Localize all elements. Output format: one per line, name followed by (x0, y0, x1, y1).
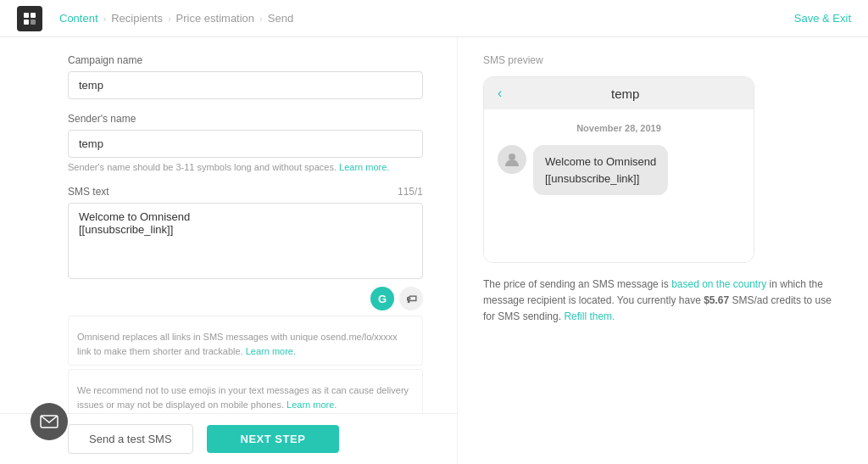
sms-tracking-hint-box: Omnisend replaces all links in SMS messa… (68, 316, 423, 366)
sender-name-group: Sender's name Sender's name should be 3-… (68, 113, 423, 172)
svg-rect-3 (31, 20, 36, 25)
sms-text-input[interactable]: Welcome to Omnisend [[unsubscribe_link]] (68, 203, 423, 279)
chat-date: November 28, 2019 (498, 123, 740, 133)
tag-button[interactable]: 🏷 (399, 287, 423, 310)
preview-label: SMS preview (483, 54, 843, 66)
sms-text-group: SMS text 115/1 Welcome to Omnisend [[uns… (68, 186, 423, 419)
breadcrumb-sep-1: › (103, 14, 107, 24)
phone-back-icon: ‹ (498, 86, 502, 101)
country-link[interactable]: based on the country (671, 278, 766, 290)
next-step-button[interactable]: NEXT STEP (207, 425, 340, 453)
campaign-name-label: Campaign name (68, 54, 423, 66)
tracking-learn-more[interactable]: Learn more. (246, 346, 296, 356)
breadcrumb-price[interactable]: Price estimation (176, 12, 254, 25)
breadcrumb-recipients[interactable]: Recipients (111, 12, 163, 25)
app-logo (17, 6, 42, 31)
save-exit-button[interactable]: Save & Exit (794, 12, 851, 25)
left-panel: Campaign name Sender's name Sender's nam… (0, 37, 458, 464)
sms-count: 115/1 (398, 186, 423, 198)
giphy-button[interactable]: G (370, 287, 394, 310)
chat-row: Welcome to Omnisend[[unsubscribe_link]] (498, 145, 740, 195)
right-panel: SMS preview ‹ temp November 28, 2019 We (458, 37, 868, 464)
campaign-name-group: Campaign name (68, 54, 423, 99)
price-info: The price of sending an SMS message is b… (483, 277, 843, 326)
textarea-tools: G 🏷 (68, 287, 423, 310)
sender-hint: Sender's name should be 3-11 symbols lon… (68, 162, 423, 172)
svg-rect-2 (24, 20, 29, 25)
sms-emoji-hint-box: We recommend not to use emojis in your t… (68, 369, 423, 419)
chat-avatar (498, 145, 526, 174)
sms-text-header: SMS text 115/1 (68, 186, 423, 198)
sender-name-input[interactable] (68, 130, 423, 158)
sms-tracking-hint: Omnisend replaces all links in SMS messa… (77, 330, 414, 358)
chat-bubble: Welcome to Omnisend[[unsubscribe_link]] (533, 145, 668, 195)
breadcrumb-content[interactable]: Content (59, 12, 98, 25)
send-test-sms-button[interactable]: Send a test SMS (68, 424, 193, 454)
campaign-name-input[interactable] (68, 71, 423, 99)
phone-mockup: ‹ temp November 28, 2019 Welcome to Omni… (483, 76, 754, 263)
sms-text-label: SMS text (68, 186, 109, 198)
breadcrumb-send[interactable]: Send (268, 12, 293, 25)
phone-contact-name: temp (510, 87, 740, 101)
sender-name-label: Sender's name (68, 113, 423, 125)
sms-emoji-hint: We recommend not to use emojis in your t… (77, 383, 414, 411)
phone-header: ‹ temp (484, 77, 754, 109)
top-navigation: Content › Recipients › Price estimation … (0, 0, 868, 37)
main-content: Campaign name Sender's name Sender's nam… (0, 37, 868, 464)
svg-point-5 (509, 154, 515, 160)
sender-hint-link[interactable]: Learn more. (339, 162, 389, 172)
breadcrumb: Content › Recipients › Price estimation … (59, 12, 293, 25)
emoji-learn-more[interactable]: Learn more. (287, 400, 337, 410)
bottom-bar: Send a test SMS NEXT STEP (0, 413, 457, 464)
phone-body: November 28, 2019 Welcome to Omnisend[[u… (484, 109, 754, 262)
nav-right: Save & Exit (794, 12, 851, 25)
breadcrumb-sep-3: › (259, 14, 263, 24)
refill-link[interactable]: Refill them. (564, 310, 615, 322)
breadcrumb-sep-2: › (168, 14, 171, 24)
credit-amount: $5.67 (704, 294, 729, 306)
mail-icon-button[interactable] (31, 403, 68, 440)
svg-rect-1 (31, 13, 36, 18)
svg-rect-0 (24, 13, 29, 18)
